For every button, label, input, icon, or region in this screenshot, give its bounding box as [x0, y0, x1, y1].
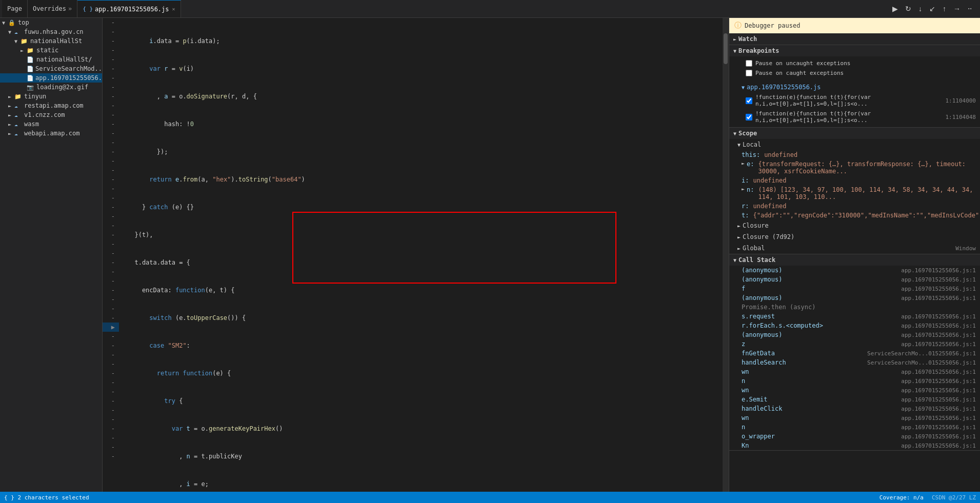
debug-panel: ⓘ Debugger paused ► Watch ▼ Breakpoints …: [729, 18, 980, 492]
tab-overrides[interactable]: Overrides »: [28, 0, 77, 17]
cs-15[interactable]: handleClick app.1697015255056.js:1: [729, 404, 980, 413]
pause-btn[interactable]: ↻: [903, 4, 913, 14]
local-n-val: (148) [123, 34, 97, 100, 100, 114, 34, 5…: [758, 186, 976, 200]
cs-1[interactable]: (anonymous) app.1697015255056.js:1: [729, 275, 980, 284]
tab-close-btn[interactable]: ✕: [172, 6, 175, 12]
cs-11[interactable]: wn app.1697015255056.js:1: [729, 367, 980, 376]
local-e[interactable]: ► e:{transformRequest: {…}, transformRes…: [729, 159, 980, 176]
code-line-2: var r = v(i): [123, 64, 723, 73]
editor-vscroll-thumb[interactable]: [724, 33, 728, 64]
ln-12: -: [103, 119, 119, 129]
scope-header[interactable]: ▼ Scope: [729, 128, 980, 139]
ln-41: -: [103, 387, 119, 396]
cs-19[interactable]: Kn app.1697015255056.js:1: [729, 441, 980, 450]
ln-28: -: [103, 267, 119, 276]
ln-32: -: [103, 304, 119, 313]
closure-label: Closure: [743, 222, 769, 229]
breakpoints-header[interactable]: ▼ Breakpoints: [729, 45, 980, 56]
sidebar-item-wasm[interactable]: ► ☁ wasm: [0, 119, 102, 129]
sidebar-file4-label: loading@2x.gif: [36, 84, 88, 91]
cloud-icon-restapi: ☁: [14, 103, 23, 109]
tree-arrow-cnzz: ►: [8, 112, 14, 118]
cs-file-10: ServiceSearchMo...015255056.js:1: [867, 359, 976, 366]
ln-38: -: [103, 359, 119, 369]
cs-14[interactable]: e.Semit app.1697015255056.js:1: [729, 395, 980, 404]
ln-27: -: [103, 258, 119, 267]
watch-header[interactable]: ► Watch: [729, 33, 980, 45]
cs-7[interactable]: (anonymous) app.1697015255056.js:1: [729, 330, 980, 339]
closure-header[interactable]: ► Closure: [729, 220, 980, 231]
ln-35: -: [103, 332, 119, 341]
pause-caught-checkbox[interactable]: [746, 70, 752, 76]
cs-0[interactable]: (anonymous) app.1697015255056.js:1: [729, 266, 980, 275]
cs-5[interactable]: s.request app.1697015255056.js:1: [729, 312, 980, 321]
cs-3[interactable]: (anonymous) app.1697015255056.js:1: [729, 293, 980, 303]
cs-18[interactable]: o_wrapper app.1697015255056.js:1: [729, 432, 980, 441]
sidebar-item-tinyun[interactable]: ► 📁 tinyun: [0, 92, 102, 101]
cloud-icon-fuwu: ☁: [14, 29, 23, 35]
local-n[interactable]: ► n:(148) [123, 34, 97, 100, 100, 114, 3…: [729, 185, 980, 202]
call-stack-section: ▼ Call Stack (anonymous) app.16970152550…: [729, 254, 980, 451]
bp1-checkbox[interactable]: [746, 97, 752, 104]
call-stack-header[interactable]: ▼ Call Stack: [729, 254, 980, 266]
pause-uncaught-checkbox[interactable]: [746, 60, 752, 67]
sidebar-item-restapi[interactable]: ► ☁ restapi.amap.com: [0, 101, 102, 110]
sidebar-item-cnzz[interactable]: ► ☁ v1.cnzz.com: [0, 110, 102, 119]
sidebar-item-loading[interactable]: 📷 loading@2x.gif: [0, 83, 102, 92]
pause-options: Pause on uncaught exceptions Pause on ca…: [729, 56, 980, 80]
sidebar-item-static[interactable]: ► 📁 static: [0, 46, 102, 55]
ln-33: -: [103, 313, 119, 323]
sidebar-item-national[interactable]: ▼ 📁 nationalHallSt: [0, 36, 102, 46]
sidebar-item-nationalhallst[interactable]: 📄 nationalHallSt/: [0, 55, 102, 64]
sidebar-item-fuwu[interactable]: ▼ ☁ fuwu.nhsa.gov.cn: [0, 27, 102, 36]
cs-2[interactable]: f app.1697015255056.js:1: [729, 284, 980, 293]
closure-7d92-header[interactable]: ► Closure (7d92): [729, 231, 980, 243]
code-line-1: i.data = p(i.data);: [123, 36, 723, 46]
sidebar-item-webapi[interactable]: ► ☁ webapi.amap.com: [0, 129, 102, 138]
cs-fn-promise: Promise.then (async): [742, 304, 816, 311]
closure-arrow: ►: [737, 223, 741, 229]
tab-page[interactable]: Page: [2, 0, 28, 17]
code-container: - - - - - - - - - - - - - - - - -: [103, 18, 723, 492]
cs-16[interactable]: wn app.1697015255056.js:1: [729, 413, 980, 422]
breakpoints-label: Breakpoints: [738, 47, 779, 54]
pause-uncaught: Pause on uncaught exceptions: [733, 58, 980, 68]
cs-fn-16: wn: [742, 414, 749, 421]
breakpoint-item-1[interactable]: !function(e){function t(t){for(var n,i,o…: [729, 92, 980, 109]
cs-9[interactable]: fnGetData ServiceSearchMo...015255056.js…: [729, 349, 980, 358]
line-numbers: - - - - - - - - - - - - - - - - -: [103, 18, 123, 492]
bp2-checkbox[interactable]: [746, 114, 752, 120]
cs-12[interactable]: n app.1697015255056.js:1: [729, 376, 980, 386]
code-line-14: try {: [123, 396, 723, 406]
step-into-btn[interactable]: ↙: [927, 4, 937, 14]
breakpoint-item-2[interactable]: !function(e){function t(t){for(var n,i,o…: [729, 109, 980, 125]
cs-10[interactable]: handleSearch ServiceSearchMo...015255056…: [729, 358, 980, 367]
step-over-btn[interactable]: ↓: [916, 4, 924, 14]
ln-31: -: [103, 295, 119, 304]
ln-9: -: [103, 92, 119, 101]
deactivate-btn[interactable]: ⋅⋅: [966, 4, 974, 14]
cs-13[interactable]: wn app.1697015255056.js:1: [729, 386, 980, 395]
cs-6[interactable]: r.forEach.s.<computed> app.1697015255056…: [729, 321, 980, 330]
sidebar-national-label: nationalHallSt: [30, 37, 82, 45]
tab-file[interactable]: { } app.1697015255056.js ✕: [77, 0, 181, 17]
sidebar-webapi-label: webapi.amap.com: [24, 130, 79, 137]
cs-fn-14: e.Semit: [742, 396, 768, 403]
ln-7: -: [103, 73, 119, 83]
ln-2: -: [103, 27, 119, 36]
global-header[interactable]: ► Global Window: [729, 243, 980, 254]
sidebar-item-top[interactable]: ▼ 🔒 top: [0, 18, 102, 27]
local-header[interactable]: ▼ Local: [729, 139, 980, 150]
editor-vscroll[interactable]: [723, 18, 729, 492]
sidebar-item-servicesearch[interactable]: 📄 ServiceSearchMod...: [0, 64, 102, 73]
sidebar-item-app[interactable]: 📄 app.1697015255056...: [0, 73, 102, 83]
step-out-btn[interactable]: ↑: [941, 4, 948, 14]
step-btn[interactable]: →: [951, 4, 963, 14]
editor-content[interactable]: - - - - - - - - - - - - - - - - -: [103, 18, 723, 492]
code-line-6: return e.from(a, "hex").toString("base64…: [123, 175, 723, 184]
local-i: i:undefined: [729, 176, 980, 185]
resume-btn[interactable]: ▶: [890, 4, 900, 14]
local-this: this:undefined: [729, 150, 980, 159]
cs-17[interactable]: n app.1697015255056.js:1: [729, 422, 980, 432]
cs-8[interactable]: z app.1697015255056.js:1: [729, 339, 980, 349]
